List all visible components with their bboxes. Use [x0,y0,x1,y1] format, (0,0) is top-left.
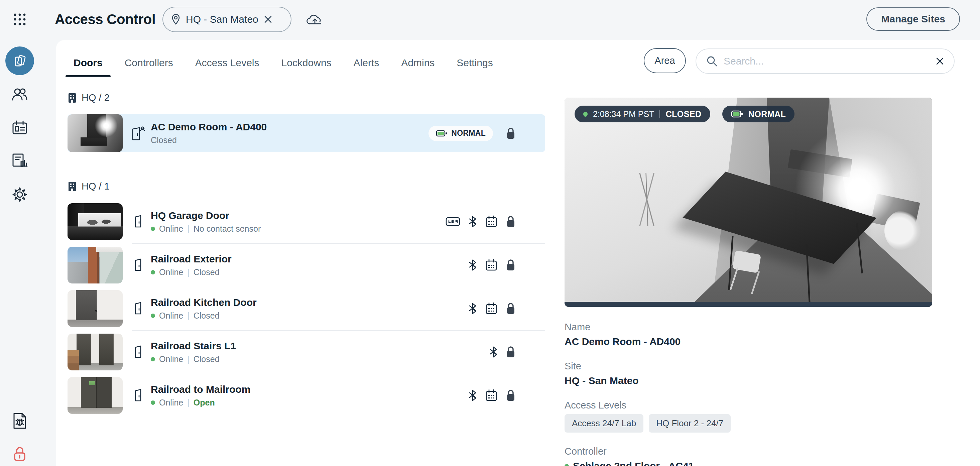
door-state-text: Closed [151,135,177,145]
sidebar-item-settings[interactable] [0,186,40,203]
search-input[interactable] [724,56,929,67]
sidebar-item-diagnostics[interactable] [0,412,40,429]
lock-icon[interactable] [506,259,516,272]
door-thumbnail[interactable] [67,115,123,152]
door-name: Railroad Stairs L1 [151,340,236,351]
controller-label: Controller [565,446,932,457]
door-status: Online | Closed [151,354,236,364]
door-row-railroad-to-mailroom[interactable]: Railroad to Mailroom Online | Open [67,377,545,414]
sidebar-item-access-control-active[interactable] [0,46,40,75]
controller-link[interactable]: Schlage 2nd Floor - AC41 [573,460,694,466]
schedule-calendar-icon [12,120,28,135]
door-name: HQ Garage Door [151,210,261,221]
name-label: Name [565,321,932,332]
schedule-icon [485,389,498,402]
tab-controllers[interactable]: Controllers [125,51,173,77]
online-text: Online [159,311,183,321]
tab-admins[interactable]: Admins [401,51,434,77]
lock-icon[interactable] [506,215,516,228]
online-dot [151,227,155,231]
location-pin-icon [171,14,180,25]
section-label-text: HQ / 1 [81,181,110,192]
door-state-text: No contact sensor [194,224,261,234]
schedule-icon [485,302,498,315]
controller-online-dot [565,464,569,466]
status-separator: | [187,354,189,364]
app-sidebar [0,0,40,466]
camera-stool [732,250,761,274]
camera-plant [627,173,667,226]
door-state-text: Open [194,398,215,407]
camera-timeline-bar[interactable] [565,302,932,307]
settings-gear-icon [12,186,28,203]
sidebar-item-lockdown[interactable] [0,445,40,462]
sidebar-item-people[interactable] [0,86,40,102]
door-thumbnail[interactable] [67,334,123,371]
site-label: Site [565,361,932,372]
section-header-hq1: HQ / 1 [67,181,110,192]
online-text: Online [159,398,183,407]
manage-sites-button[interactable]: Manage Sites [866,7,960,31]
search-box[interactable] [695,48,955,74]
access-badges-icon [12,53,27,68]
site-filter-chip[interactable]: HQ - San Mateo [162,7,291,32]
access-level-chip[interactable]: Access 24/7 Lab [565,414,643,433]
tab-alerts[interactable]: Alerts [354,51,379,77]
battery-status-badge: NORMAL [428,126,493,141]
access-levels-label: Access Levels [565,400,932,411]
door-thumbnail[interactable] [67,247,123,283]
app-launcher-button[interactable] [0,12,40,27]
license-plate-icon [445,216,460,227]
door-status: Online | No contact sensor [151,224,261,234]
name-value: AC Demo Room - AD400 [565,336,932,347]
tab-access-levels[interactable]: Access Levels [195,51,259,77]
sidebar-item-schedules[interactable] [0,120,40,136]
door-icon [131,345,146,359]
door-row-railroad-exterior[interactable]: Railroad Exterior Online | Closed [67,247,545,283]
sidebar-item-reports[interactable] [0,153,40,169]
tab-bar: Doors Controllers Access Levels Lockdown… [73,50,493,78]
live-camera-view[interactable]: 2:08:34 PM PST CLOSED NORMAL [565,98,932,307]
status-separator: | [187,311,189,321]
clear-search-icon[interactable] [935,57,945,66]
bluetooth-icon [468,216,477,227]
lockdown-lock-icon [13,445,26,462]
area-filter-button[interactable]: Area [644,48,686,73]
tab-settings[interactable]: Settings [457,51,493,77]
app-launcher-grid-icon [13,12,27,27]
door-state-text: Closed [194,267,220,277]
door-thumbnail[interactable] [67,290,123,327]
lock-icon[interactable] [506,346,516,358]
door-row-ac-demo-room[interactable]: AC Demo Room - AD400 Closed NORMAL [67,115,545,152]
cloud-sync-button[interactable] [305,10,325,29]
door-row-railroad-stairs-l1[interactable]: Railroad Stairs L1 Online | Closed [67,334,545,371]
tab-doors[interactable]: Doors [73,51,103,77]
door-detail-panel: 2:08:34 PM PST CLOSED NORMAL [565,98,932,466]
wireless-door-icon [131,126,146,141]
section-label-text: HQ / 2 [81,92,110,103]
clear-site-filter-icon[interactable] [264,15,272,24]
status-separator: | [187,398,189,407]
section-header-hq2: HQ / 2 [67,92,110,103]
tab-lockdowns[interactable]: Lockdowns [282,51,332,77]
search-icon [706,56,718,67]
door-row-hq-garage-door[interactable]: HQ Garage Door Online | No contact senso… [67,203,545,240]
online-dot [151,270,155,274]
door-status: Closed [151,135,267,145]
lock-icon[interactable] [506,127,516,140]
door-row-railroad-kitchen-door[interactable]: Railroad Kitchen Door Online | Closed [67,290,545,327]
access-level-chip[interactable]: HQ Floor 2 - 24/7 [649,414,731,433]
door-thumbnail[interactable] [67,377,123,414]
access-control-app: Access Control HQ - San Mateo Manage Sit… [0,0,980,466]
main-card: Doors Controllers Access Levels Lockdown… [56,40,980,466]
live-dot [583,112,588,117]
door-thumbnail[interactable] [67,203,123,240]
status-separator: | [187,267,189,277]
lock-icon[interactable] [506,302,516,315]
badge-separator [659,110,660,118]
bluetooth-icon [489,346,498,358]
lock-icon[interactable] [506,389,516,402]
bluetooth-icon [468,302,477,315]
status-separator: | [187,224,189,234]
site-value: HQ - San Mateo [565,375,932,386]
